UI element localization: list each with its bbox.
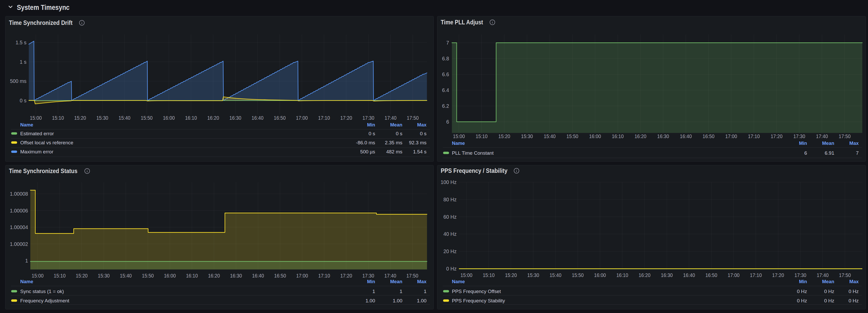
svg-text:16:10: 16:10 [612,133,624,139]
svg-text:17:40: 17:40 [816,133,828,139]
svg-text:16:50: 16:50 [274,273,286,279]
svg-text:0 s: 0 s [396,131,402,136]
svg-text:Mean: Mean [822,279,834,284]
svg-text:16:50: 16:50 [274,115,286,121]
svg-text:2.35 ms: 2.35 ms [385,140,402,145]
svg-text:15:00: 15:00 [453,133,465,139]
svg-text:PPS Frequency Offset: PPS Frequency Offset [452,289,501,294]
svg-text:1: 1 [400,289,402,294]
svg-text:16:40: 16:40 [252,273,264,279]
svg-text:17:20: 17:20 [771,133,783,139]
svg-text:17:40: 17:40 [384,273,396,279]
svg-text:17:20: 17:20 [340,273,352,279]
svg-text:17:00: 17:00 [725,133,737,139]
svg-text:0 Hz: 0 Hz [824,289,834,294]
svg-text:Min: Min [799,140,807,146]
svg-text:-86.0 ms: -86.0 ms [356,140,375,145]
svg-text:15:20: 15:20 [505,272,517,278]
svg-text:Frequency Adjustment: Frequency Adjustment [20,298,69,304]
svg-text:1.5 s: 1.5 s [16,40,27,45]
svg-text:16:00: 16:00 [164,273,176,279]
svg-text:17:00: 17:00 [296,273,308,279]
svg-text:15:40: 15:40 [120,273,132,279]
svg-text:15:30: 15:30 [521,133,533,139]
svg-text:60 Hz: 60 Hz [443,214,457,220]
svg-text:0 Hz: 0 Hz [824,298,834,304]
svg-text:16:50: 16:50 [703,133,714,139]
svg-text:16:20: 16:20 [207,115,219,121]
svg-text:17:10: 17:10 [318,115,330,121]
svg-text:0 Hz: 0 Hz [446,266,457,272]
svg-text:Min: Min [799,279,807,284]
svg-text:17:20: 17:20 [772,272,784,278]
svg-text:1.00: 1.00 [366,298,375,304]
svg-text:15:10: 15:10 [52,115,64,121]
svg-text:17:50: 17:50 [839,272,851,278]
svg-text:17:40: 17:40 [385,115,397,121]
svg-text:Estimated error: Estimated error [20,131,54,136]
svg-text:15:20: 15:20 [76,273,88,279]
svg-text:17:10: 17:10 [318,273,330,279]
svg-text:16:20: 16:20 [634,133,647,139]
svg-text:17:30: 17:30 [363,115,374,121]
svg-text:1: 1 [424,289,427,294]
svg-text:16:30: 16:30 [661,272,673,278]
svg-text:15:50: 15:50 [566,133,579,139]
svg-text:16:30: 16:30 [229,115,241,121]
svg-text:0 Hz: 0 Hz [797,298,807,304]
svg-text:0 Hz: 0 Hz [848,289,859,294]
svg-text:500 ms: 500 ms [10,78,27,84]
svg-text:15:30: 15:30 [527,272,539,278]
svg-text:Name: Name [452,140,465,146]
svg-text:6.2: 6.2 [442,103,449,109]
svg-text:15:20: 15:20 [498,133,510,139]
svg-text:16:40: 16:40 [680,133,692,139]
svg-text:Name: Name [20,279,33,284]
svg-text:PPS Frequency / Stability: PPS Frequency / Stability [441,167,507,174]
svg-text:16:10: 16:10 [186,273,198,279]
svg-text:17:50: 17:50 [839,133,850,139]
svg-text:16:20: 16:20 [639,272,651,278]
svg-text:15:50: 15:50 [142,273,154,279]
svg-text:0 Hz: 0 Hz [848,298,859,304]
svg-text:Min: Min [367,122,375,128]
svg-text:80 Hz: 80 Hz [443,197,457,202]
svg-text:PLL Time Constant: PLL Time Constant [452,150,494,156]
svg-text:Mean: Mean [822,140,834,146]
svg-text:15:00: 15:00 [461,272,472,278]
svg-text:Time Synchronized Status: Time Synchronized Status [9,168,78,174]
svg-text:15:00: 15:00 [30,115,42,121]
svg-text:Max: Max [417,279,427,284]
svg-text:1.00: 1.00 [417,298,427,304]
svg-text:17:50: 17:50 [407,115,419,121]
svg-text:Mean: Mean [390,122,402,128]
svg-text:Mean: Mean [390,279,402,284]
svg-text:Name: Name [452,279,465,284]
svg-text:15:10: 15:10 [476,133,488,139]
svg-text:17:50: 17:50 [406,273,418,279]
svg-text:7: 7 [856,150,859,156]
svg-text:Offset local vs reference: Offset local vs reference [20,140,73,145]
svg-text:6.4: 6.4 [442,87,449,93]
svg-text:15:40: 15:40 [550,272,561,278]
svg-text:17:30: 17:30 [363,273,374,279]
svg-text:17:20: 17:20 [340,115,352,121]
svg-text:Max: Max [417,122,427,128]
svg-text:17:00: 17:00 [296,115,308,121]
svg-text:16:30: 16:30 [657,133,669,139]
svg-text:16:00: 16:00 [163,115,175,121]
svg-text:40 Hz: 40 Hz [443,231,457,237]
svg-text:1.54 s: 1.54 s [413,149,427,154]
svg-text:16:20: 16:20 [208,273,220,279]
svg-text:15:50: 15:50 [141,115,153,121]
svg-text:Sync status (1 = ok): Sync status (1 = ok) [20,289,64,294]
svg-text:15:30: 15:30 [98,273,110,279]
svg-text:PPS Frequency Stability: PPS Frequency Stability [452,298,505,304]
svg-text:20 Hz: 20 Hz [443,248,457,254]
svg-text:16:10: 16:10 [616,272,628,278]
svg-text:16:40: 16:40 [683,272,695,278]
svg-text:15:00: 15:00 [32,273,43,279]
svg-text:Name: Name [20,122,33,128]
svg-text:482 ms: 482 ms [386,149,402,154]
svg-text:100 Hz: 100 Hz [441,179,457,185]
